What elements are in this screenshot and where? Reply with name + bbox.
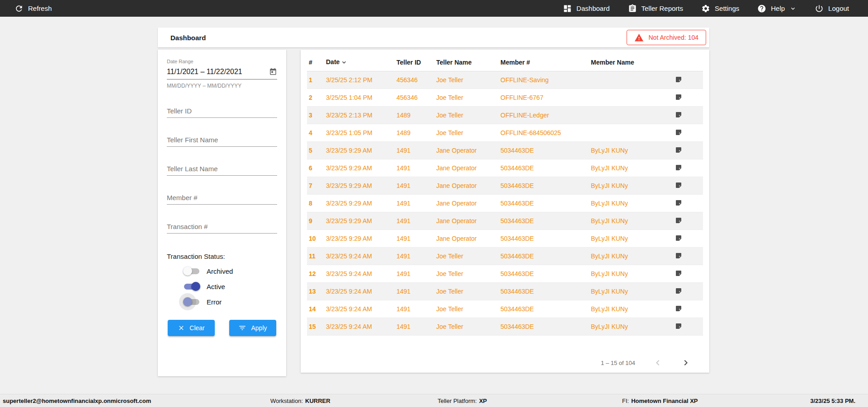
apply-button[interactable]: Apply (229, 320, 276, 336)
teller-first-name-input[interactable] (167, 133, 277, 147)
row-date: 3/23/25 9:24 AM (324, 283, 395, 300)
row-member-number: 5034463DE (499, 177, 589, 195)
row-teller-name: Joe Teller (434, 300, 499, 318)
nav-settings[interactable]: Settings (701, 4, 739, 13)
member-number-input[interactable] (167, 191, 277, 205)
note-button[interactable] (675, 76, 682, 83)
calendar-picker-button[interactable] (269, 68, 277, 76)
nav-logout[interactable]: Logout (815, 4, 849, 13)
table-row[interactable]: 6 3/23/25 9:29 AM 1491 Jane Operator 503… (307, 159, 703, 177)
note-button[interactable] (675, 129, 682, 136)
row-member-name: ByLyJI KUNy (589, 248, 670, 265)
note-icon (675, 76, 682, 83)
note-button[interactable] (675, 182, 682, 189)
col-header-member-number: Member # (499, 51, 589, 71)
teller-id-input[interactable] (167, 104, 277, 118)
not-archived-badge[interactable]: Not Archived: 104 (627, 30, 706, 45)
table-row[interactable]: 8 3/23/25 9:29 AM 1491 Jane Operator 503… (307, 195, 703, 212)
row-teller-id: 1491 (395, 159, 434, 177)
row-teller-id: 1491 (395, 177, 434, 195)
date-range-label: Date Range (167, 59, 277, 64)
transactions-panel: # Date Teller ID Teller Name Member # Me… (301, 50, 709, 373)
note-button[interactable] (675, 287, 682, 295)
power-icon (815, 4, 824, 13)
note-button[interactable] (675, 94, 682, 101)
table-row[interactable]: 7 3/23/25 9:29 AM 1491 Jane Operator 503… (307, 177, 703, 195)
nav-teller-reports[interactable]: Teller Reports (628, 4, 684, 13)
financial-institution-info: FI:Hometown Financial XP (622, 398, 698, 404)
table-row[interactable]: 9 3/23/25 9:29 AM 1491 Jane Operator 503… (307, 212, 703, 230)
table-row[interactable]: 11 3/23/25 9:24 AM 1491 Joe Teller 50344… (307, 248, 703, 265)
nav-help[interactable]: Help (757, 4, 797, 13)
row-date: 3/23/25 9:29 AM (324, 212, 395, 230)
row-note-cell (670, 195, 703, 212)
table-row[interactable]: 13 3/23/25 9:24 AM 1491 Joe Teller 50344… (307, 283, 703, 300)
note-button[interactable] (675, 270, 682, 277)
nav-dashboard[interactable]: Dashboard (563, 4, 609, 13)
row-member-name: ByLyJI KUNy (589, 142, 670, 159)
date-range-input[interactable] (167, 68, 269, 76)
clear-button[interactable]: Clear (168, 320, 215, 336)
next-page-button[interactable] (680, 357, 691, 368)
note-button[interactable] (675, 252, 682, 259)
note-icon (675, 111, 682, 118)
row-teller-id: 1491 (395, 142, 434, 159)
row-number: 1 (307, 71, 324, 89)
table-row[interactable]: 4 3/23/25 1:05 PM 1489 Joe Teller OFFLIN… (307, 124, 703, 142)
chevron-right-icon (680, 357, 691, 368)
row-date: 3/25/25 2:12 PM (324, 71, 395, 89)
col-header-date[interactable]: Date (324, 51, 395, 71)
table-row[interactable]: 12 3/23/25 9:24 AM 1491 Joe Teller 50344… (307, 265, 703, 283)
row-member-number: 5034463DE (499, 142, 589, 159)
row-teller-name: Jane Operator (434, 177, 499, 195)
gear-icon (701, 4, 710, 13)
table-row[interactable]: 14 3/23/25 9:24 AM 1491 Joe Teller 50344… (307, 300, 703, 318)
note-button[interactable] (675, 111, 682, 118)
apply-button-label: Apply (251, 324, 267, 332)
table-row[interactable]: 3 3/23/25 2:13 PM 1489 Joe Teller OFFLIN… (307, 107, 703, 124)
transaction-number-input[interactable] (167, 220, 277, 234)
row-member-number: 5034463DE (499, 283, 589, 300)
row-teller-name: Joe Teller (434, 71, 499, 89)
table-row[interactable]: 15 3/23/25 9:24 AM 1491 Joe Teller 50344… (307, 318, 703, 336)
row-number: 2 (307, 89, 324, 107)
note-button[interactable] (675, 164, 682, 171)
row-date: 3/23/25 9:29 AM (324, 177, 395, 195)
note-button[interactable] (675, 199, 682, 206)
row-number: 12 (307, 265, 324, 283)
row-note-cell (670, 283, 703, 300)
col-header-teller-id: Teller ID (395, 51, 434, 71)
row-date: 3/23/25 2:13 PM (324, 107, 395, 124)
table-row[interactable]: 1 3/25/25 2:12 PM 456346 Joe Teller OFFL… (307, 71, 703, 89)
row-member-number: OFFLINE-Saving (499, 71, 589, 89)
note-button[interactable] (675, 146, 682, 154)
toggle-row-error: Error (183, 297, 277, 306)
table-row[interactable]: 10 3/23/25 9:29 AM 1491 Jane Operator 50… (307, 230, 703, 248)
previous-page-button[interactable] (652, 357, 663, 368)
chevron-left-icon (652, 357, 663, 368)
row-note-cell (670, 89, 703, 107)
row-note-cell (670, 212, 703, 230)
row-date: 3/23/25 9:24 AM (324, 300, 395, 318)
refresh-label: Refresh (28, 5, 52, 12)
row-teller-id: 1491 (395, 318, 434, 336)
refresh-button[interactable]: Refresh (14, 4, 52, 13)
note-button[interactable] (675, 217, 682, 224)
row-teller-name: Joe Teller (434, 265, 499, 283)
row-teller-id: 1491 (395, 195, 434, 212)
table-row[interactable]: 2 3/25/25 1:04 PM 456346 Joe Teller OFFL… (307, 89, 703, 107)
active-toggle[interactable] (183, 282, 200, 291)
row-date: 3/23/25 9:24 AM (324, 265, 395, 283)
table-row[interactable]: 5 3/23/25 9:29 AM 1491 Jane Operator 503… (307, 142, 703, 159)
note-icon (675, 129, 682, 136)
row-note-cell (670, 318, 703, 336)
teller-last-name-input[interactable] (167, 162, 277, 176)
archived-toggle[interactable] (183, 267, 200, 276)
error-toggle[interactable] (183, 297, 200, 306)
row-note-cell (670, 159, 703, 177)
row-teller-id: 456346 (395, 89, 434, 107)
row-note-cell (670, 142, 703, 159)
note-button[interactable] (675, 305, 682, 312)
note-button[interactable] (675, 234, 682, 242)
note-button[interactable] (675, 323, 682, 330)
